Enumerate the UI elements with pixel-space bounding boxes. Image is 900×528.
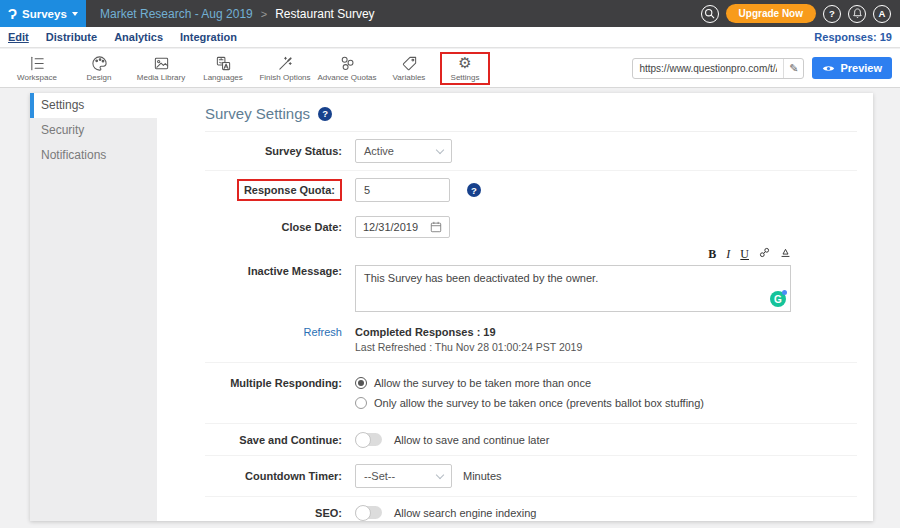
breadcrumb-folder[interactable]: Market Research - Aug 2019 bbox=[100, 7, 253, 21]
tab-analytics[interactable]: Analytics bbox=[114, 31, 163, 43]
eye-icon bbox=[822, 64, 835, 73]
responses-count: Responses: 19 bbox=[814, 31, 900, 43]
seo-label: SEO: bbox=[205, 507, 342, 519]
survey-status-select[interactable]: Active bbox=[355, 139, 452, 163]
bell-icon bbox=[852, 8, 863, 19]
workspace-list-icon bbox=[29, 55, 46, 72]
radio-unselected-icon bbox=[355, 397, 367, 409]
save-and-continue-description: Allow to save and continue later bbox=[394, 434, 549, 446]
refresh-info: Completed Responses : 19 Last Refreshed … bbox=[355, 326, 582, 353]
product-label: Surveys bbox=[22, 8, 67, 20]
surveys-product-menu[interactable]: Ɂ Surveys bbox=[0, 0, 86, 27]
seo-description: Allow search engine indexing bbox=[394, 507, 536, 519]
inactive-message-box: This Survey has been deactivated by the … bbox=[355, 265, 791, 312]
seo-row: SEO: Allow search engine indexing bbox=[205, 497, 857, 521]
link-button[interactable] bbox=[759, 247, 770, 262]
last-refreshed: Last Refreshed : Thu Nov 28 01:00:24 PST… bbox=[355, 338, 582, 353]
toolbar-item-finish-options[interactable]: Finish Options bbox=[254, 55, 316, 82]
magic-wand-icon bbox=[277, 55, 294, 72]
preview-button[interactable]: Preview bbox=[812, 57, 892, 79]
gear-icon: ⚙ bbox=[458, 55, 471, 72]
edit-url-pencil-icon[interactable]: ✎ bbox=[783, 59, 803, 78]
clear-formatting-icon bbox=[780, 247, 791, 258]
toolbar-right: ✎ Preview bbox=[632, 57, 900, 79]
refresh-link[interactable]: Refresh bbox=[205, 326, 342, 338]
tab-edit[interactable]: Edit bbox=[8, 31, 29, 43]
inactive-message-row: Inactive Message: B I U This Survey has … bbox=[205, 245, 857, 319]
image-icon bbox=[153, 55, 170, 72]
chevron-down-icon bbox=[436, 470, 444, 478]
response-quota-label-wrap: Response Quota: bbox=[205, 179, 342, 201]
inactive-message-textarea[interactable]: This Survey has been deactivated by the … bbox=[356, 266, 790, 311]
sidebar-item-notifications[interactable]: Notifications bbox=[30, 143, 157, 168]
close-date-input[interactable]: 12/31/2019 bbox=[355, 216, 450, 238]
countdown-timer-label: Countdown Timer: bbox=[205, 470, 342, 482]
italic-button[interactable]: I bbox=[726, 247, 730, 262]
toolbar-item-languages[interactable]: Languages bbox=[192, 55, 254, 82]
grammarly-icon[interactable]: G bbox=[770, 291, 786, 307]
search-button[interactable] bbox=[701, 5, 719, 23]
questionpro-logo-icon: Ɂ bbox=[8, 6, 17, 22]
radio-option-only-once[interactable]: Only allow the survey to be taken once (… bbox=[355, 393, 704, 413]
tab-distribute[interactable]: Distribute bbox=[46, 31, 97, 43]
radio-option-more-than-once[interactable]: Allow the survey to be taken more than o… bbox=[355, 373, 704, 393]
top-bar: Ɂ Surveys Market Research - Aug 2019 > R… bbox=[0, 0, 900, 27]
save-and-continue-toggle[interactable] bbox=[355, 433, 382, 446]
settings-card: Settings Security Notifications Survey S… bbox=[30, 93, 873, 521]
multiple-responding-row: Multiple Responding: Allow the survey to… bbox=[205, 363, 857, 423]
settings-sidebar: Settings Security Notifications bbox=[30, 93, 157, 521]
quota-help-icon[interactable]: ? bbox=[467, 183, 481, 197]
multiple-responding-options: Allow the survey to be taken more than o… bbox=[355, 373, 704, 413]
settings-content: Survey Settings ? Survey Status: Active … bbox=[157, 93, 873, 521]
editor-toolbar: B I U bbox=[355, 247, 791, 265]
title-help-icon[interactable]: ? bbox=[318, 107, 332, 121]
toolbar-item-design[interactable]: Design bbox=[68, 55, 130, 82]
survey-status-row: Survey Status: Active bbox=[205, 132, 857, 170]
survey-status-label: Survey Status: bbox=[205, 145, 342, 157]
search-icon bbox=[704, 8, 715, 19]
countdown-timer-row: Countdown Timer: --Set-- Minutes bbox=[205, 456, 857, 496]
underline-button[interactable]: U bbox=[740, 247, 749, 262]
chevron-down-icon bbox=[72, 12, 78, 16]
toolbar-item-settings[interactable]: ⚙ Settings bbox=[440, 52, 490, 85]
survey-url-box: ✎ bbox=[632, 58, 804, 79]
multiple-responding-label: Multiple Responding: bbox=[205, 373, 342, 389]
chain-links-icon bbox=[339, 55, 356, 72]
breadcrumb: Market Research - Aug 2019 > Restaurant … bbox=[100, 7, 375, 21]
sidebar-item-security[interactable]: Security bbox=[30, 118, 157, 143]
seo-toggle[interactable] bbox=[355, 506, 382, 519]
toolbar-item-workspace[interactable]: Workspace bbox=[6, 55, 68, 82]
question-icon: ? bbox=[829, 8, 835, 19]
tag-icon bbox=[401, 55, 418, 72]
palette-icon bbox=[91, 55, 108, 72]
breadcrumb-survey: Restaurant Survey bbox=[275, 7, 374, 21]
bold-button[interactable]: B bbox=[708, 247, 716, 262]
response-quota-row: Response Quota: ? bbox=[205, 171, 857, 209]
close-date-label: Close Date: bbox=[205, 221, 342, 233]
completed-responses: Completed Responses : 19 bbox=[355, 326, 582, 338]
tab-integration[interactable]: Integration bbox=[180, 31, 237, 43]
toolbar-item-advance-quotas[interactable]: Advance Quotas bbox=[316, 55, 378, 82]
countdown-timer-select[interactable]: --Set-- bbox=[355, 464, 452, 488]
clear-formatting-button[interactable] bbox=[780, 247, 791, 262]
toolbar-item-variables[interactable]: Variables bbox=[378, 55, 440, 82]
main-nav: Edit Distribute Analytics Integration Re… bbox=[0, 27, 900, 48]
inactive-message-label: Inactive Message: bbox=[205, 247, 342, 277]
countdown-timer-suffix: Minutes bbox=[463, 470, 502, 482]
refresh-row: Refresh Completed Responses : 19 Last Re… bbox=[205, 319, 857, 362]
response-quota-input[interactable] bbox=[355, 178, 450, 202]
survey-url-input[interactable] bbox=[633, 63, 783, 74]
breadcrumb-separator: > bbox=[261, 8, 267, 20]
translate-icon bbox=[215, 55, 232, 72]
page-title: Survey Settings ? bbox=[205, 105, 857, 132]
calendar-icon bbox=[430, 221, 442, 233]
notifications-button[interactable] bbox=[848, 5, 866, 23]
upgrade-now-button[interactable]: Upgrade Now bbox=[726, 4, 816, 23]
avatar-initial: A bbox=[879, 8, 886, 19]
topbar-actions: Upgrade Now ? A bbox=[701, 4, 900, 23]
toolbar-item-media-library[interactable]: Media Library bbox=[130, 55, 192, 82]
avatar[interactable]: A bbox=[873, 5, 891, 23]
sidebar-item-settings[interactable]: Settings bbox=[30, 93, 157, 118]
save-and-continue-row: Save and Continue: Allow to save and con… bbox=[205, 424, 857, 455]
help-button[interactable]: ? bbox=[823, 5, 841, 23]
